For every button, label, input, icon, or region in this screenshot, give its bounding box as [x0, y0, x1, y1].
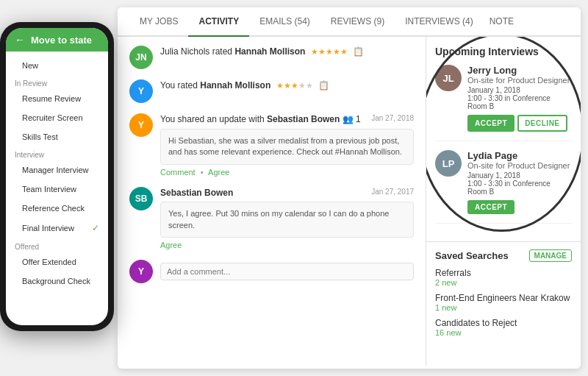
activity-text: You shared an update with Sebastian Bowe… — [160, 113, 414, 126]
avatar: JN — [129, 46, 153, 69]
activity-date: Jan 27, 2018 — [371, 113, 414, 124]
activity-body: Yes, I agree. Put 30 mins on my calendar… — [160, 202, 414, 238]
search-name[interactable]: Front-End Engineers Near Krakow — [435, 293, 572, 303]
tab-reviews[interactable]: REVIEWS (9) — [320, 7, 395, 37]
decline-button[interactable]: DECLINE — [517, 115, 567, 132]
phone-screen: ← Move to state New In Review Resume Rev… — [6, 28, 108, 325]
search-item: Candidates to Reject 16 new — [435, 318, 572, 337]
upcoming-interviews-section: Upcoming Interviews JL Jerry Long On-sit… — [426, 37, 581, 241]
interview-time: 1:00 - 3:30 in Conference Room B — [467, 94, 572, 110]
activity-content: Julia Nichols rated Hannah Mollison ★ ★ … — [160, 46, 414, 60]
phone-menu-item[interactable]: Manager Interview — [6, 160, 108, 180]
right-sidebar: Upcoming Interviews JL Jerry Long On-sit… — [426, 37, 581, 366]
interview-avatar: LP — [435, 150, 462, 177]
interview-role: On-site for Product Designer — [467, 76, 572, 85]
activity-text: Sebastian Bowen Jan 27, 2017 — [160, 187, 414, 199]
search-count: 1 new — [435, 303, 572, 312]
phone-menu-item-final[interactable]: Final Interview ✓ — [6, 218, 108, 238]
check-icon: ✓ — [92, 223, 99, 233]
activity-feed: JN Julia Nichols rated Hannah Mollison ★… — [118, 37, 426, 366]
interview-date: January 1, 2018 — [467, 171, 572, 180]
agree-link[interactable]: Agree — [208, 168, 229, 177]
activity-body: Hi Sebastian, she was a silver medalist … — [160, 129, 414, 165]
tab-activity[interactable]: ACTIVITY — [188, 7, 249, 37]
main-content-area: MY JOBS ACTIVITY EMAILS (54) REVIEWS (9)… — [118, 7, 581, 369]
search-count: 2 new — [435, 278, 572, 287]
interview-card: JL Jerry Long On-site for Product Design… — [435, 65, 572, 141]
activity-date: Jan 27, 2017 — [371, 187, 414, 197]
activity-content: You rated Hannah Mollison ★ ★ ★ ★ ★ 📋 — [160, 79, 414, 93]
interview-date: January 1, 2018 — [467, 86, 572, 94]
interview-name: Jerry Long — [467, 65, 572, 76]
phone-menu-item[interactable]: Reference Check — [6, 199, 108, 218]
search-name[interactable]: Referrals — [435, 268, 572, 278]
back-arrow-icon[interactable]: ← — [15, 34, 25, 46]
activity-content: You shared an update with Sebastian Bowe… — [160, 113, 414, 177]
phone-header: ← Move to state — [6, 28, 108, 52]
phone-menu-item[interactable]: Team Interview — [6, 180, 108, 199]
interview-time: 1:00 - 3:30 in Conference Room B — [467, 180, 572, 196]
activity-text: Julia Nichols rated Hannah Mollison ★ ★ … — [160, 46, 414, 58]
interview-info: Lydia Page On-site for Product Designer … — [467, 150, 572, 214]
agree-link[interactable]: Agree — [160, 241, 182, 249]
search-item: Referrals 2 new — [435, 268, 572, 287]
interview-buttons: ACCEPT — [467, 200, 572, 214]
avatar: Y — [129, 79, 153, 103]
phone-section-label: Interview — [6, 146, 108, 160]
tab-interviews[interactable]: INTERVIEWS (4) — [395, 7, 483, 37]
activity-item: SB Sebastian Bowen Jan 27, 2017 Yes, I a… — [129, 187, 414, 250]
accept-button[interactable]: ACCEPT — [467, 115, 514, 132]
activity-content: Sebastian Bowen Jan 27, 2017 Yes, I agre… — [160, 187, 414, 250]
interview-avatar: JL — [435, 65, 462, 91]
search-name[interactable]: Candidates to Reject — [435, 318, 572, 328]
avatar: Y — [129, 260, 153, 283]
avatar: SB — [129, 187, 153, 210]
phone-menu-item-new[interactable]: New — [6, 56, 108, 75]
tab-my-jobs[interactable]: MY JOBS — [129, 7, 188, 37]
phone-section-label: Offered — [6, 238, 108, 252]
accept-button[interactable]: ACCEPT — [467, 200, 514, 214]
interview-role: On-site for Product Designer — [467, 161, 572, 170]
phone-menu-item[interactable]: Offer Extended — [6, 252, 108, 272]
search-item: Front-End Engineers Near Krakow 1 new — [435, 293, 572, 312]
interview-card: LP Lydia Page On-site for Product Design… — [435, 150, 572, 224]
phone-menu-item[interactable]: Skills Test — [6, 127, 108, 146]
content-layout: JN Julia Nichols rated Hannah Mollison ★… — [118, 37, 581, 366]
activity-actions: Comment • Agree — [160, 168, 414, 177]
phone-menu-item[interactable]: Recruiter Screen — [6, 108, 108, 127]
star-rating: ★ ★ ★ ★ ★ — [276, 80, 313, 91]
activity-actions: Agree — [160, 241, 414, 249]
phone-menu-item[interactable]: Background Check — [6, 272, 108, 291]
star-rating: ★ ★ ★ ★ ★ — [311, 46, 348, 57]
tab-bar: MY JOBS ACTIVITY EMAILS (54) REVIEWS (9)… — [118, 7, 581, 37]
activity-item: Y You shared an update with Sebastian Bo… — [129, 113, 414, 177]
saved-searches-title: Saved Searches — [435, 250, 509, 261]
activity-text: You rated Hannah Mollison ★ ★ ★ ★ ★ 📋 — [160, 79, 414, 92]
activity-item: JN Julia Nichols rated Hannah Mollison ★… — [129, 46, 414, 69]
interview-info: Jerry Long On-site for Product Designer … — [467, 65, 572, 132]
tab-emails[interactable]: EMAILS (54) — [249, 7, 320, 37]
interview-name: Lydia Page — [467, 150, 572, 161]
phone-header-title: Move to state — [31, 35, 92, 46]
search-count: 16 new — [435, 328, 572, 337]
comment-input-area: Y — [129, 260, 414, 283]
avatar: Y — [129, 113, 153, 137]
activity-item: Y You rated Hannah Mollison ★ ★ ★ ★ ★ 📋 — [129, 79, 414, 103]
upcoming-title: Upcoming Interviews — [435, 46, 572, 57]
phone-frame: ← Move to state New In Review Resume Rev… — [0, 22, 114, 331]
phone-container: ← Move to state New In Review Resume Rev… — [0, 22, 129, 346]
phone-menu-item[interactable]: Resume Review — [6, 89, 108, 108]
saved-searches-section: Saved Searches MANAGE Referrals 2 new Fr… — [426, 241, 581, 350]
phone-menu: New In Review Resume Review Recruiter Sc… — [6, 52, 108, 295]
comment-link[interactable]: Comment — [160, 168, 196, 177]
tab-more[interactable]: NOTE — [484, 7, 520, 35]
interview-buttons: ACCEPT DECLINE — [467, 115, 572, 132]
comment-input[interactable] — [160, 263, 414, 280]
phone-section-label: In Review — [6, 75, 108, 89]
manage-button[interactable]: MANAGE — [529, 249, 572, 262]
saved-searches-header: Saved Searches MANAGE — [435, 249, 572, 262]
